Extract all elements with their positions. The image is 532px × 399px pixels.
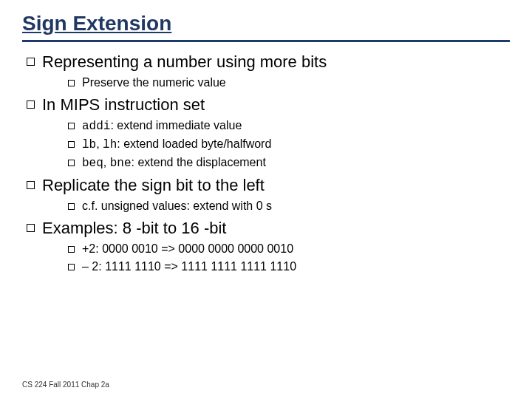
- square-bullet-icon: [68, 203, 75, 210]
- subbullet-preserve: Preserve the numeric value: [68, 76, 510, 89]
- code-lb: lb: [82, 138, 96, 151]
- subbullet-plus2: +2: 0000 0010 => 0000 0000 0000 0010: [68, 242, 510, 256]
- code-lh: lh: [103, 138, 117, 151]
- bullet-text: +2: 0000 0010 => 0000 0000 0000 0010: [82, 242, 293, 256]
- square-bullet-icon: [27, 224, 35, 232]
- subbullet-lb-lh: lb, lh: extend loaded byte/halfword: [68, 137, 510, 151]
- subbullet-minus2: – 2: 1111 1110 => 1111 1111 1111 1110: [68, 260, 510, 273]
- square-bullet-icon: [68, 264, 75, 270]
- bullet-text: lb, lh: extend loaded byte/halfword: [82, 137, 271, 151]
- text-rest: : extend loaded byte/halfword: [117, 137, 271, 150]
- square-bullet-icon: [68, 246, 75, 253]
- bullet-text: Preserve the numeric value: [82, 76, 226, 89]
- slide: Sign Extension Representing a number usi…: [0, 0, 532, 399]
- bullet-text: addi: extend immediate value: [82, 119, 242, 133]
- square-bullet-icon: [68, 160, 75, 166]
- bullet-text: beq, bne: extend the displacement: [82, 156, 266, 170]
- code-beq: beq: [82, 157, 103, 170]
- code-bne: bne: [110, 157, 132, 170]
- bullet-text: – 2: 1111 1110 => 1111 1111 1111 1110: [82, 260, 296, 273]
- sep: ,: [103, 156, 110, 168]
- bullet-examples: Examples: 8 -bit to 16 -bit: [27, 219, 510, 238]
- text-rest: : extend the displacement: [132, 156, 266, 168]
- sep: ,: [96, 137, 103, 150]
- bullet-representing: Representing a number using more bits: [27, 52, 510, 72]
- square-bullet-icon: [27, 100, 35, 109]
- bullet-text: Examples: 8 -bit to 16 -bit: [42, 219, 226, 238]
- bullet-text: Replicate the sign bit to the left: [42, 176, 265, 195]
- bullet-replicate: Replicate the sign bit to the left: [27, 176, 510, 195]
- square-bullet-icon: [27, 58, 35, 66]
- square-bullet-icon: [68, 80, 75, 86]
- square-bullet-icon: [68, 123, 75, 129]
- slide-title: Sign Extension: [22, 12, 510, 35]
- code-addi: addi: [82, 120, 110, 133]
- slide-footer: CS 224 Fall 2011 Chap 2a: [22, 381, 109, 389]
- bullet-mips: In MIPS instruction set: [27, 95, 510, 115]
- slide-content: Representing a number using more bits Pr…: [22, 52, 510, 273]
- bullet-text: In MIPS instruction set: [42, 95, 205, 115]
- subbullet-addi: addi: extend immediate value: [68, 119, 510, 133]
- subbullet-beq-bne: beq, bne: extend the displacement: [68, 156, 510, 170]
- square-bullet-icon: [68, 141, 75, 148]
- bullet-text: c.f. unsigned values: extend with 0 s: [82, 200, 272, 213]
- bullet-text: Representing a number using more bits: [42, 52, 327, 72]
- square-bullet-icon: [27, 181, 35, 189]
- text-rest: : extend immediate value: [110, 119, 242, 132]
- title-underline: [22, 40, 510, 42]
- subbullet-unsigned: c.f. unsigned values: extend with 0 s: [68, 200, 510, 213]
